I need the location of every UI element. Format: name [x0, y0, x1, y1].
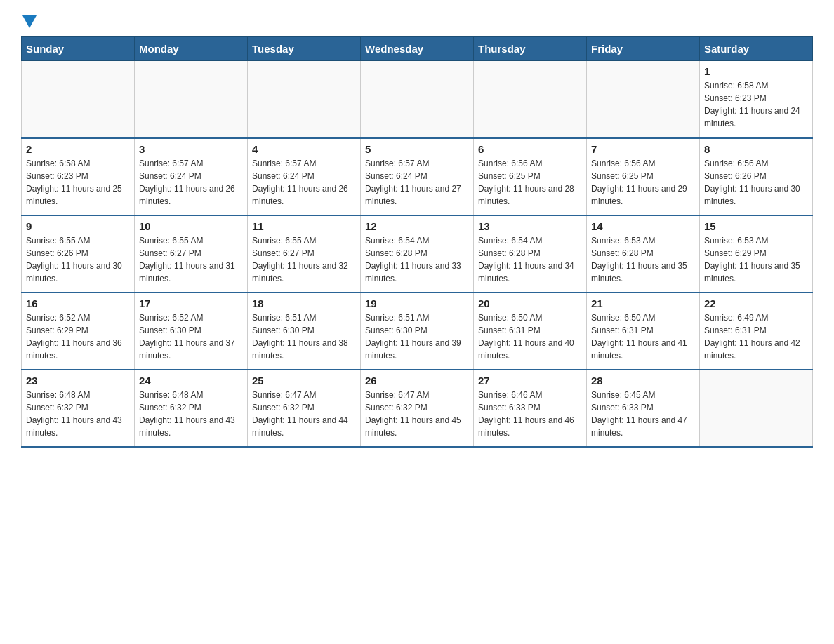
day-number: 22 — [704, 297, 808, 309]
day-sun-info: Sunrise: 6:56 AMSunset: 6:25 PMDaylight:… — [591, 157, 695, 208]
day-number: 2 — [26, 143, 130, 155]
day-number: 4 — [252, 143, 356, 155]
calendar-cell — [135, 61, 248, 138]
day-number: 25 — [252, 375, 356, 387]
logo — [21, 14, 38, 29]
calendar-cell: 12Sunrise: 6:54 AMSunset: 6:28 PMDayligh… — [361, 215, 474, 293]
calendar-cell: 10Sunrise: 6:55 AMSunset: 6:27 PMDayligh… — [135, 215, 248, 293]
page-header — [21, 14, 813, 29]
day-sun-info: Sunrise: 6:53 AMSunset: 6:29 PMDaylight:… — [704, 234, 808, 285]
day-sun-info: Sunrise: 6:55 AMSunset: 6:27 PMDaylight:… — [252, 234, 356, 285]
calendar-cell: 21Sunrise: 6:50 AMSunset: 6:31 PMDayligh… — [587, 293, 700, 370]
column-header-thursday: Thursday — [474, 37, 587, 61]
day-sun-info: Sunrise: 6:56 AMSunset: 6:26 PMDaylight:… — [704, 157, 808, 208]
day-sun-info: Sunrise: 6:55 AMSunset: 6:26 PMDaylight:… — [26, 234, 130, 285]
day-sun-info: Sunrise: 6:51 AMSunset: 6:30 PMDaylight:… — [252, 311, 356, 362]
day-number: 16 — [26, 297, 130, 309]
day-number: 10 — [139, 220, 243, 232]
day-number: 9 — [26, 220, 130, 232]
day-sun-info: Sunrise: 6:47 AMSunset: 6:32 PMDaylight:… — [252, 389, 356, 439]
day-number: 19 — [365, 297, 469, 309]
day-sun-info: Sunrise: 6:53 AMSunset: 6:28 PMDaylight:… — [591, 234, 695, 285]
calendar-cell: 7Sunrise: 6:56 AMSunset: 6:25 PMDaylight… — [587, 138, 700, 215]
day-sun-info: Sunrise: 6:51 AMSunset: 6:30 PMDaylight:… — [365, 311, 469, 362]
day-sun-info: Sunrise: 6:47 AMSunset: 6:32 PMDaylight:… — [365, 389, 469, 439]
calendar-cell: 28Sunrise: 6:45 AMSunset: 6:33 PMDayligh… — [587, 370, 700, 447]
day-number: 5 — [365, 143, 469, 155]
calendar-week-4: 16Sunrise: 6:52 AMSunset: 6:29 PMDayligh… — [22, 293, 813, 370]
calendar-week-5: 23Sunrise: 6:48 AMSunset: 6:32 PMDayligh… — [22, 370, 813, 447]
day-sun-info: Sunrise: 6:52 AMSunset: 6:30 PMDaylight:… — [139, 311, 243, 362]
calendar-cell: 19Sunrise: 6:51 AMSunset: 6:30 PMDayligh… — [361, 293, 474, 370]
column-header-friday: Friday — [587, 37, 700, 61]
calendar-cell — [22, 61, 135, 138]
day-number: 23 — [26, 375, 130, 387]
calendar-cell: 1Sunrise: 6:58 AMSunset: 6:23 PMDaylight… — [700, 61, 813, 138]
day-number: 11 — [252, 220, 356, 232]
calendar-cell: 17Sunrise: 6:52 AMSunset: 6:30 PMDayligh… — [135, 293, 248, 370]
calendar-cell — [700, 370, 813, 447]
day-sun-info: Sunrise: 6:54 AMSunset: 6:28 PMDaylight:… — [478, 234, 582, 285]
day-number: 21 — [591, 297, 695, 309]
day-sun-info: Sunrise: 6:48 AMSunset: 6:32 PMDaylight:… — [139, 389, 243, 439]
calendar-cell — [361, 61, 474, 138]
calendar-header-row: SundayMondayTuesdayWednesdayThursdayFrid… — [22, 37, 813, 61]
calendar-table: SundayMondayTuesdayWednesdayThursdayFrid… — [21, 36, 813, 448]
day-sun-info: Sunrise: 6:45 AMSunset: 6:33 PMDaylight:… — [591, 389, 695, 439]
calendar-cell — [248, 61, 361, 138]
column-header-sunday: Sunday — [22, 37, 135, 61]
calendar-cell: 23Sunrise: 6:48 AMSunset: 6:32 PMDayligh… — [22, 370, 135, 447]
calendar-week-2: 2Sunrise: 6:58 AMSunset: 6:23 PMDaylight… — [22, 138, 813, 215]
day-sun-info: Sunrise: 6:50 AMSunset: 6:31 PMDaylight:… — [591, 311, 695, 362]
calendar-cell — [474, 61, 587, 138]
day-number: 3 — [139, 143, 243, 155]
calendar-cell: 15Sunrise: 6:53 AMSunset: 6:29 PMDayligh… — [700, 215, 813, 293]
calendar-cell: 24Sunrise: 6:48 AMSunset: 6:32 PMDayligh… — [135, 370, 248, 447]
calendar-cell: 26Sunrise: 6:47 AMSunset: 6:32 PMDayligh… — [361, 370, 474, 447]
calendar-cell: 16Sunrise: 6:52 AMSunset: 6:29 PMDayligh… — [22, 293, 135, 370]
day-sun-info: Sunrise: 6:57 AMSunset: 6:24 PMDaylight:… — [139, 157, 243, 208]
calendar-cell: 6Sunrise: 6:56 AMSunset: 6:25 PMDaylight… — [474, 138, 587, 215]
day-sun-info: Sunrise: 6:56 AMSunset: 6:25 PMDaylight:… — [478, 157, 582, 208]
logo-triangle-icon — [21, 14, 38, 29]
column-header-tuesday: Tuesday — [248, 37, 361, 61]
calendar-cell: 22Sunrise: 6:49 AMSunset: 6:31 PMDayligh… — [700, 293, 813, 370]
day-number: 13 — [478, 220, 582, 232]
day-number: 17 — [139, 297, 243, 309]
day-sun-info: Sunrise: 6:57 AMSunset: 6:24 PMDaylight:… — [252, 157, 356, 208]
day-sun-info: Sunrise: 6:48 AMSunset: 6:32 PMDaylight:… — [26, 389, 130, 439]
day-number: 18 — [252, 297, 356, 309]
day-sun-info: Sunrise: 6:46 AMSunset: 6:33 PMDaylight:… — [478, 389, 582, 439]
calendar-cell: 14Sunrise: 6:53 AMSunset: 6:28 PMDayligh… — [587, 215, 700, 293]
day-number: 28 — [591, 375, 695, 387]
calendar-cell: 18Sunrise: 6:51 AMSunset: 6:30 PMDayligh… — [248, 293, 361, 370]
day-number: 14 — [591, 220, 695, 232]
day-number: 12 — [365, 220, 469, 232]
column-header-monday: Monday — [135, 37, 248, 61]
day-number: 15 — [704, 220, 808, 232]
day-sun-info: Sunrise: 6:49 AMSunset: 6:31 PMDaylight:… — [704, 311, 808, 362]
day-sun-info: Sunrise: 6:54 AMSunset: 6:28 PMDaylight:… — [365, 234, 469, 285]
calendar-cell: 25Sunrise: 6:47 AMSunset: 6:32 PMDayligh… — [248, 370, 361, 447]
calendar-cell: 9Sunrise: 6:55 AMSunset: 6:26 PMDaylight… — [22, 215, 135, 293]
day-number: 1 — [704, 65, 808, 77]
calendar-week-1: 1Sunrise: 6:58 AMSunset: 6:23 PMDaylight… — [22, 61, 813, 138]
day-number: 6 — [478, 143, 582, 155]
day-sun-info: Sunrise: 6:57 AMSunset: 6:24 PMDaylight:… — [365, 157, 469, 208]
calendar-cell: 13Sunrise: 6:54 AMSunset: 6:28 PMDayligh… — [474, 215, 587, 293]
day-number: 8 — [704, 143, 808, 155]
calendar-week-3: 9Sunrise: 6:55 AMSunset: 6:26 PMDaylight… — [22, 215, 813, 293]
day-number: 27 — [478, 375, 582, 387]
day-sun-info: Sunrise: 6:58 AMSunset: 6:23 PMDaylight:… — [26, 157, 130, 208]
calendar-cell: 4Sunrise: 6:57 AMSunset: 6:24 PMDaylight… — [248, 138, 361, 215]
svg-marker-0 — [22, 15, 37, 28]
calendar-cell: 2Sunrise: 6:58 AMSunset: 6:23 PMDaylight… — [22, 138, 135, 215]
calendar-cell: 27Sunrise: 6:46 AMSunset: 6:33 PMDayligh… — [474, 370, 587, 447]
calendar-cell — [587, 61, 700, 138]
day-sun-info: Sunrise: 6:50 AMSunset: 6:31 PMDaylight:… — [478, 311, 582, 362]
column-header-saturday: Saturday — [700, 37, 813, 61]
day-number: 7 — [591, 143, 695, 155]
day-sun-info: Sunrise: 6:55 AMSunset: 6:27 PMDaylight:… — [139, 234, 243, 285]
calendar-cell: 3Sunrise: 6:57 AMSunset: 6:24 PMDaylight… — [135, 138, 248, 215]
calendar-cell: 20Sunrise: 6:50 AMSunset: 6:31 PMDayligh… — [474, 293, 587, 370]
